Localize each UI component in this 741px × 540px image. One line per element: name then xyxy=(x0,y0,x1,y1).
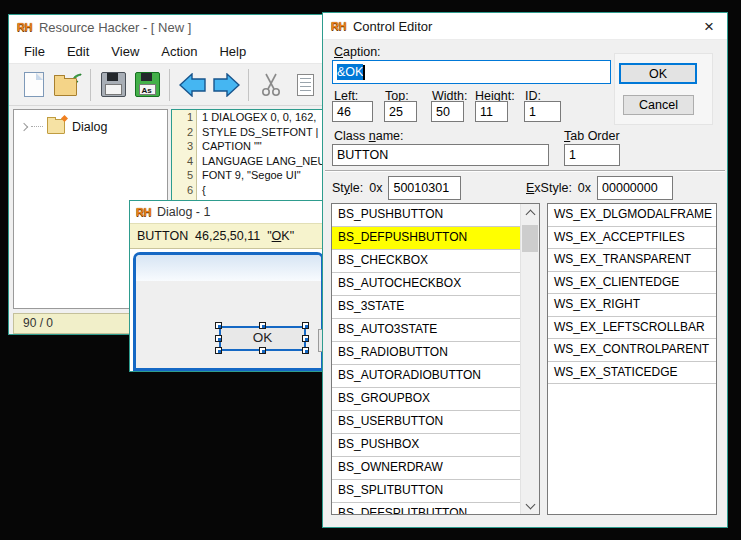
new-file-icon xyxy=(24,72,44,97)
menu-item-view[interactable]: View xyxy=(100,42,150,61)
cut-button[interactable] xyxy=(254,68,288,102)
toolbar-separator xyxy=(169,69,170,101)
selection-handle[interactable] xyxy=(215,335,222,342)
exstyle-input[interactable]: 00000000 xyxy=(597,176,673,200)
width-input[interactable]: 50 xyxy=(431,101,464,122)
new-file-button[interactable] xyxy=(17,68,51,102)
style-list-item-bs_autocheckbox[interactable]: BS_AUTOCHECKBOX xyxy=(332,273,520,296)
style-list-scrollbar[interactable] xyxy=(520,204,539,514)
selected-control-info: BUTTON 46,25,50,11 "OK" xyxy=(130,223,324,249)
compile-button[interactable] xyxy=(175,68,209,102)
scissors-icon xyxy=(259,73,283,97)
goto-button[interactable] xyxy=(209,68,243,102)
save-as-icon: As xyxy=(135,72,160,97)
style-input[interactable]: 50010301 xyxy=(388,176,461,200)
style-list-item-bs_checkbox[interactable]: BS_CHECKBOX xyxy=(332,250,520,273)
save-button[interactable] xyxy=(96,68,130,102)
selection-handle[interactable] xyxy=(259,347,266,354)
top-input[interactable]: 25 xyxy=(384,101,417,122)
menu-item-action[interactable]: Action xyxy=(150,42,208,61)
preview-dialog[interactable] xyxy=(133,252,324,371)
left-input[interactable]: 46 xyxy=(332,101,373,122)
style-list-item-bs_splitbutton[interactable]: BS_SPLITBUTTON xyxy=(332,480,520,503)
style-hex-prefix: 0x xyxy=(369,181,382,195)
id-input[interactable]: 1 xyxy=(524,101,561,122)
style-field: Style: 0x 50010301 xyxy=(332,177,461,199)
menu-item-edit[interactable]: Edit xyxy=(56,42,100,61)
selection-handle[interactable] xyxy=(215,322,222,329)
exstyle-list-item-ws_ex_acceptfiles[interactable]: WS_EX_ACCEPTFILES xyxy=(548,227,716,250)
exstyle-list-item-ws_ex_leftscrollbar[interactable]: WS_EX_LEFTSCROLLBAR xyxy=(548,317,716,340)
style-list-item-bs_defsplitbutton[interactable]: BS_DEFSPLITBUTTON xyxy=(332,503,520,514)
tree-item-dialog[interactable]: Dialog xyxy=(14,110,167,134)
control-editor-titlebar[interactable]: RH Control Editor × xyxy=(323,13,727,40)
chevron-up-icon xyxy=(525,209,535,219)
button-style-list[interactable]: BS_PUSHBUTTONBS_DEFPUSHBUTTONBS_CHECKBOX… xyxy=(331,203,540,515)
tree-expand-chevron-icon[interactable] xyxy=(20,122,28,130)
style-label: Style: xyxy=(332,181,363,195)
style-list-item-bs_auto3state[interactable]: BS_AUTO3STATE xyxy=(332,319,520,342)
style-list-rows: BS_PUSHBUTTONBS_DEFPUSHBUTTONBS_CHECKBOX… xyxy=(332,204,520,514)
class-name-input[interactable]: BUTTON xyxy=(332,144,549,166)
menu-item-file[interactable]: File xyxy=(13,42,56,61)
line-number: 4 xyxy=(172,154,196,169)
preview-dialog-titlebar xyxy=(136,255,321,281)
extended-style-list[interactable]: WS_EX_DLGMODALFRAMEWS_EX_ACCEPTFILESWS_E… xyxy=(547,203,717,515)
exstyle-list-item-ws_ex_dlgmodalframe[interactable]: WS_EX_DLGMODALFRAME xyxy=(548,204,716,227)
style-list-item-bs_userbutton[interactable]: BS_USERBUTTON xyxy=(332,411,520,434)
scrollbar-thumb[interactable] xyxy=(522,225,538,252)
exstyle-list-item-ws_ex_staticedge[interactable]: WS_EX_STATICEDGE xyxy=(548,362,716,385)
selection-handle[interactable] xyxy=(259,322,266,329)
menu-item-help[interactable]: Help xyxy=(208,42,257,61)
open-file-button[interactable] xyxy=(51,68,85,102)
toolbar-separator xyxy=(248,69,249,101)
app-logo-icon: RH xyxy=(136,205,151,219)
style-list-item-bs_groupbox[interactable]: BS_GROUPBOX xyxy=(332,388,520,411)
exstyle-hex-prefix: 0x xyxy=(578,181,591,195)
style-list-item-bs_pushbox[interactable]: BS_PUSHBOX xyxy=(332,434,520,457)
selection-handle[interactable] xyxy=(302,335,309,342)
tab-order-input[interactable]: 1 xyxy=(564,144,620,166)
scroll-up-button[interactable] xyxy=(521,204,539,221)
style-list-item-bs_defpushbutton[interactable]: BS_DEFPUSHBUTTON xyxy=(332,227,520,250)
control-editor-dialog: RH Control Editor × Caption: &OK OK Canc… xyxy=(322,12,728,528)
exstyle-field: ExStyle: 0x 00000000 xyxy=(526,177,673,199)
close-icon[interactable]: × xyxy=(701,18,717,35)
main-titlebar[interactable]: RH Resource Hacker - [ New ] xyxy=(9,15,355,39)
style-list-item-bs_pushbutton[interactable]: BS_PUSHBUTTON xyxy=(332,204,520,227)
section-separator xyxy=(325,170,725,172)
line-number: 5 xyxy=(172,168,196,183)
tree-leader-dots xyxy=(31,126,43,127)
dialog-1-window: RH Dialog - 1 BUTTON 46,25,50,11 "OK" OK xyxy=(129,200,325,372)
line-number: 2 xyxy=(172,125,196,140)
cancel-button[interactable]: Cancel xyxy=(623,95,694,115)
line-number: 6 xyxy=(172,183,196,198)
style-list-item-bs_ownerdraw[interactable]: BS_OWNERDRAW xyxy=(332,457,520,480)
style-list-item-bs_radiobutton[interactable]: BS_RADIOBUTTON xyxy=(332,342,520,365)
dialog-1-titlebar[interactable]: RH Dialog - 1 xyxy=(130,201,324,223)
ok-button[interactable]: OK xyxy=(619,63,697,84)
chevron-down-icon xyxy=(525,499,535,509)
exstyle-list-rows: WS_EX_DLGMODALFRAMEWS_EX_ACCEPTFILESWS_E… xyxy=(548,204,716,514)
exstyle-list-item-ws_ex_controlparent[interactable]: WS_EX_CONTROLPARENT xyxy=(548,339,716,362)
exstyle-list-item-ws_ex_right[interactable]: WS_EX_RIGHT xyxy=(548,294,716,317)
line-number: 1 xyxy=(172,110,196,125)
exstyle-list-item-ws_ex_clientedge[interactable]: WS_EX_CLIENTEDGE xyxy=(548,272,716,295)
caption-label: Caption: xyxy=(334,45,381,59)
dialog-designer-surface[interactable]: OK xyxy=(130,249,324,371)
selection-handle[interactable] xyxy=(215,347,222,354)
caption-input[interactable]: &OK xyxy=(332,60,611,84)
selection-handle[interactable] xyxy=(302,322,309,329)
style-list-item-bs_3state[interactable]: BS_3STATE xyxy=(332,296,520,319)
scroll-down-button[interactable] xyxy=(521,497,539,514)
code-text: 1 DIALOGEX 0, 0, 162, xyxy=(196,110,316,125)
selection-handle[interactable] xyxy=(302,347,309,354)
save-as-button[interactable]: As xyxy=(130,68,164,102)
height-input[interactable]: 11 xyxy=(475,101,508,122)
style-list-item-bs_autoradiobutton[interactable]: BS_AUTORADIOBUTTON xyxy=(332,365,520,388)
copy-button[interactable] xyxy=(288,68,322,102)
exstyle-list-item-ws_ex_transparent[interactable]: WS_EX_TRANSPARENT xyxy=(548,249,716,272)
caption-selected-text: &OK xyxy=(337,64,363,80)
app-logo-icon: RH xyxy=(17,20,32,34)
code-text: { xyxy=(196,183,206,198)
